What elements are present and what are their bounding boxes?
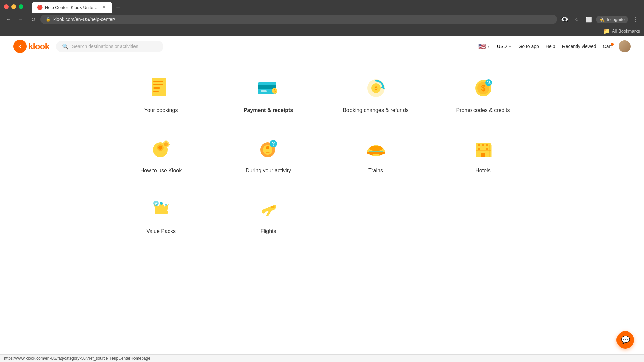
svg-rect-9	[261, 90, 267, 92]
svg-rect-51	[481, 153, 485, 157]
svg-rect-8	[258, 85, 276, 89]
help-card-hotels[interactable]: Hotels	[429, 124, 537, 185]
bookmarks-folder-icon: 📁	[603, 28, 610, 34]
svg-rect-27	[165, 146, 167, 148]
browser-chrome: 🔴 Help Center- Klook United Stat... ✕ + …	[0, 0, 644, 36]
svg-point-41	[379, 153, 382, 155]
logo-text: klook	[28, 41, 49, 52]
svg-rect-4	[153, 84, 163, 85]
hotels-label: Hotels	[475, 167, 490, 174]
url-text: klook.com/en-US/help-center/	[53, 17, 552, 22]
svg-text:$: $	[274, 89, 276, 93]
hotels-icon	[470, 135, 496, 162]
svg-rect-52	[491, 145, 492, 157]
svg-rect-5	[153, 87, 160, 89]
svg-point-38	[369, 146, 383, 151]
maximize-window-button[interactable]	[19, 4, 23, 9]
your-bookings-icon	[148, 74, 174, 101]
more-options-button[interactable]: ⋮	[631, 15, 640, 24]
back-button[interactable]: ←	[4, 15, 13, 24]
how-to-use-label: How to use Klook	[140, 167, 182, 174]
svg-rect-3	[153, 81, 163, 82]
help-link[interactable]: Help	[546, 44, 555, 49]
bookmark-icon[interactable]: ☆	[572, 15, 581, 24]
flights-icon	[255, 195, 282, 222]
help-grid: Your bookings $ Payment & receipts	[87, 57, 557, 252]
split-view-icon[interactable]: ⬜	[584, 15, 593, 24]
flights-label: Flights	[260, 228, 276, 235]
help-card-flights[interactable]: Flights	[215, 185, 322, 245]
svg-point-57	[165, 204, 167, 206]
forward-button[interactable]: →	[16, 15, 25, 24]
language-selector[interactable]: 🇺🇸 ▼	[478, 43, 490, 50]
svg-rect-50	[486, 148, 488, 150]
svg-point-56	[160, 202, 163, 205]
help-card-booking-changes[interactable]: $ Booking changes & refunds	[322, 64, 429, 124]
window-controls	[4, 4, 23, 9]
help-card-trains[interactable]: Trains	[322, 124, 429, 185]
value-packs-label: Value Packs	[146, 228, 176, 235]
incognito-button[interactable]: 🕵 Incognito	[596, 16, 628, 23]
svg-text:?: ?	[272, 141, 275, 147]
svg-rect-46	[478, 144, 480, 146]
lock-icon: 🔒	[46, 17, 51, 22]
promo-codes-label: Promo codes & credits	[456, 107, 510, 114]
close-window-button[interactable]	[4, 4, 9, 9]
nav-right: 🇺🇸 ▼ USD ▼ Go to app Help Recently viewe…	[478, 40, 631, 52]
new-tab-button[interactable]: +	[113, 3, 123, 13]
all-bookmarks-label: All Bookmarks	[612, 28, 640, 34]
svg-rect-47	[482, 144, 484, 146]
help-card-your-bookings[interactable]: Your bookings	[107, 64, 215, 124]
svg-point-23	[158, 146, 162, 150]
help-card-payment-receipts[interactable]: $ Payment & receipts	[215, 64, 322, 124]
search-bar[interactable]: 🔍 Search destinations or activities	[56, 41, 163, 52]
svg-text:%: %	[487, 80, 491, 85]
booking-changes-icon: $	[362, 74, 389, 101]
trains-label: Trains	[368, 167, 383, 174]
help-card-promo-codes[interactable]: $ % Promo codes & credits	[429, 64, 537, 124]
incognito-icon: 🕵	[599, 17, 605, 22]
cart-link[interactable]: Cart	[603, 44, 612, 49]
tab-favicon: 🔴	[37, 5, 42, 10]
svg-rect-28	[162, 144, 164, 145]
trains-icon	[362, 135, 389, 162]
tab-close-button[interactable]: ✕	[101, 5, 107, 10]
navbar: K klook 🔍 Search destinations or activit…	[0, 36, 644, 57]
svg-point-40	[370, 153, 373, 155]
help-card-value-packs[interactable]: ★ Value Packs	[107, 185, 215, 245]
user-avatar[interactable]	[619, 40, 631, 52]
flag-icon: 🇺🇸	[478, 43, 486, 50]
svg-rect-45	[476, 150, 491, 151]
payment-receipts-label: Payment & receipts	[244, 107, 293, 114]
chevron-down-icon: ▼	[487, 45, 490, 48]
active-tab[interactable]: 🔴 Help Center- Klook United Stat... ✕	[32, 2, 112, 13]
eye-slash-icon[interactable]: 👁‍🗨	[560, 15, 569, 24]
promo-codes-icon: $ %	[470, 74, 496, 101]
during-activity-label: During your activity	[246, 167, 291, 174]
svg-point-25	[164, 142, 168, 146]
currency-selector[interactable]: USD ▼	[497, 44, 512, 49]
cart-label: Cart	[603, 44, 612, 49]
go-to-app-link[interactable]: Go to app	[518, 44, 539, 49]
currency-chevron-icon: ▼	[508, 45, 512, 48]
payment-receipts-icon: $	[255, 74, 282, 101]
svg-rect-53	[489, 145, 490, 157]
minimize-window-button[interactable]	[11, 4, 16, 9]
svg-point-32	[266, 146, 269, 149]
klook-logo[interactable]: K klook	[13, 40, 49, 53]
search-icon: 🔍	[62, 43, 69, 50]
search-placeholder-text: Search destinations or activities	[72, 44, 138, 49]
address-bar[interactable]: 🔒 klook.com/en-US/help-center/	[40, 15, 557, 24]
recently-viewed-link[interactable]: Recently viewed	[562, 44, 596, 49]
help-card-during-activity[interactable]: ? During your activity	[215, 124, 322, 185]
svg-text:★: ★	[154, 202, 158, 205]
help-card-how-to-use[interactable]: How to use Klook	[107, 124, 215, 185]
cart-badge	[611, 43, 614, 46]
reload-button[interactable]: ↻	[28, 15, 38, 24]
bookmarks-bar: 📁 All Bookmarks	[0, 27, 644, 36]
svg-text:$: $	[374, 85, 377, 91]
all-bookmarks-button[interactable]: 📁 All Bookmarks	[603, 28, 640, 34]
page-content: K klook 🔍 Search destinations or activit…	[0, 36, 644, 270]
svg-rect-42	[369, 151, 383, 152]
svg-rect-55	[155, 211, 168, 214]
